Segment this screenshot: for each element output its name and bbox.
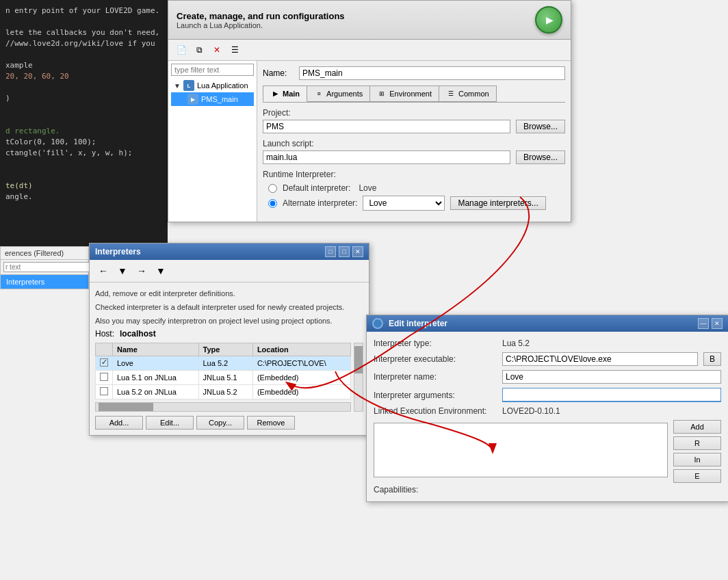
interpreters-dialog: Interpreters □ □ ✕ ← ▼ → ▼ Add, remove o… [89, 243, 369, 436]
capabilities-e-button[interactable]: E [673, 469, 721, 483]
project-input[interactable] [263, 120, 510, 133]
tab-env-icon: ⊞ [377, 89, 387, 98]
edit-minimize[interactable]: — [698, 318, 709, 329]
launch-config-dialog: Create, manage, and run configurations L… [168, 0, 571, 222]
interp-desc-3: Also you may specify interpretron on pro… [95, 315, 363, 326]
tree-item-lua-application[interactable]: ▼ L Lua Application [171, 79, 254, 92]
col-header-name: Name [113, 343, 199, 356]
linked-env-row: Linked Execution Environment: LOVE2D-0.1… [374, 406, 721, 416]
alternate-radio-label: Alternate interpreter: [283, 198, 357, 208]
dialog-content: ▼ L Lua Application ▶ PMS_main Name: ▶ M [168, 61, 571, 222]
dropdown2-button[interactable]: ▼ [153, 263, 169, 279]
code-line: //www.love2d.org/wiki/love if you [5, 38, 162, 49]
capabilities-in-button[interactable]: In [673, 453, 721, 466]
capabilities-area: Capabilities: Add R In E [374, 420, 721, 495]
row-type: JNLua 5.2 [198, 385, 252, 399]
edit-button[interactable]: Edit... [146, 416, 194, 430]
capabilities-content: Capabilities: [374, 420, 668, 495]
table-row[interactable]: Lua 5.1 on JNLua JNLua 5.1 (Embedded) [96, 371, 351, 385]
row-check[interactable] [96, 385, 113, 399]
capabilities-textarea[interactable] [374, 423, 668, 477]
project-browse-button[interactable]: Browse... [516, 120, 565, 133]
code-line: ) [5, 93, 162, 104]
launch-script-label: Launch script: [263, 139, 565, 148]
interp-name-input[interactable] [502, 370, 721, 384]
action-buttons: Add... Edit... Copy... Remove [95, 416, 363, 430]
scrollbar-thumb[interactable] [99, 403, 153, 411]
scrollbar-thumb-v[interactable] [354, 346, 363, 373]
remove-button[interactable]: Remove [247, 416, 295, 430]
col-header-check [96, 343, 113, 356]
dialog-title-text: Create, manage, and run configurations L… [177, 11, 345, 29]
script-browse-button[interactable]: Browse... [516, 150, 565, 164]
dialog-title: Create, manage, and run configurations [177, 11, 345, 21]
tab-main-icon: ▶ [270, 89, 280, 98]
lua-app-icon: L [183, 80, 194, 91]
vertical-scrollbar[interactable] [354, 343, 363, 412]
duplicate-icon[interactable]: ⧉ [192, 42, 207, 57]
name-input[interactable] [299, 66, 565, 80]
run-button[interactable] [535, 6, 562, 34]
code-line: 20, 20, 60, 20 [5, 71, 162, 82]
tab-common[interactable]: ☰ Common [439, 85, 497, 102]
preferences-item-interpreters[interactable]: Interpreters [1, 275, 88, 289]
host-label: Host: [95, 329, 114, 339]
tree-item-pms-main[interactable]: ▶ PMS_main [171, 92, 254, 106]
title-bar-controls: □ □ ✕ [325, 246, 363, 257]
row-check[interactable] [96, 371, 113, 385]
project-label: Project: [263, 108, 565, 118]
runtime-section: Runtime Interpreter: Default interpreter… [263, 170, 565, 211]
tab-environment[interactable]: ⊞ Environment [369, 85, 439, 102]
add-button[interactable]: Add... [95, 416, 143, 430]
interpreters-title-bar: Interpreters □ □ ✕ [90, 243, 369, 260]
arguments-input[interactable] [502, 388, 721, 402]
col-header-type: Type [198, 343, 252, 356]
tree-filter-input[interactable] [171, 64, 254, 76]
name-row: Name: [263, 66, 565, 80]
delete-icon[interactable]: ✕ [209, 42, 224, 57]
interpreter-dropdown[interactable]: Love [363, 196, 445, 211]
maximize-button[interactable]: □ [339, 246, 350, 257]
config-tree: ▼ L Lua Application ▶ PMS_main [168, 61, 257, 222]
interpreter-checkbox[interactable] [100, 358, 108, 367]
capabilities-add-button[interactable]: Add [673, 420, 721, 434]
tab-arguments[interactable]: ≡ Arguments [307, 85, 370, 102]
default-radio[interactable] [268, 184, 277, 193]
dialog-subtitle: Launch a Lua Application. [177, 21, 345, 29]
executable-input[interactable] [502, 352, 698, 366]
back-button[interactable]: ← [95, 263, 112, 279]
code-line: te(dt) [5, 181, 162, 192]
minimize-button[interactable]: □ [325, 246, 336, 257]
default-radio-row: Default interpreter: Love [263, 183, 565, 193]
forward-button[interactable]: → [133, 263, 150, 279]
code-line [5, 170, 162, 181]
copy-button[interactable]: Copy... [196, 416, 244, 430]
edit-close[interactable]: ✕ [712, 318, 723, 329]
table-row[interactable]: Love Lua 5.2 C:\PROJECT\LOVE\ [96, 356, 351, 371]
interpreter-checkbox[interactable] [100, 373, 108, 381]
table-row[interactable]: Lua 5.2 on JNLua JNLua 5.2 (Embedded) [96, 385, 351, 399]
interpreters-toolbar: ← ▼ → ▼ [90, 260, 369, 282]
config-icon: ▶ [187, 94, 198, 105]
alternate-radio[interactable] [268, 199, 277, 208]
runtime-label: Runtime Interpreter: [263, 170, 565, 179]
close-button[interactable]: ✕ [352, 246, 363, 257]
tab-args-label: Arguments [326, 90, 363, 98]
interpreter-checkbox[interactable] [100, 387, 108, 395]
executable-browse-button[interactable]: B [703, 352, 721, 366]
preferences-filter: ✕ [1, 260, 88, 275]
new-config-icon[interactable]: 📄 [174, 42, 189, 57]
type-label: Interpreter type: [374, 339, 497, 348]
tab-main[interactable]: ▶ Main [263, 85, 307, 102]
filter-icon[interactable]: ☰ [227, 42, 242, 57]
manage-interpreters-button[interactable]: Manage interpreters... [450, 196, 545, 210]
horizontal-scrollbar[interactable] [95, 402, 351, 412]
dropdown-button[interactable]: ▼ [114, 263, 131, 279]
preferences-filter-input[interactable] [3, 262, 94, 272]
default-radio-value: Love [359, 183, 376, 193]
row-check[interactable] [96, 356, 113, 371]
capabilities-r-button[interactable]: R [673, 436, 721, 450]
executable-label: Interpreter executable: [374, 354, 497, 364]
edit-title-controls: — ✕ [698, 318, 723, 329]
launch-script-input[interactable] [263, 150, 510, 164]
